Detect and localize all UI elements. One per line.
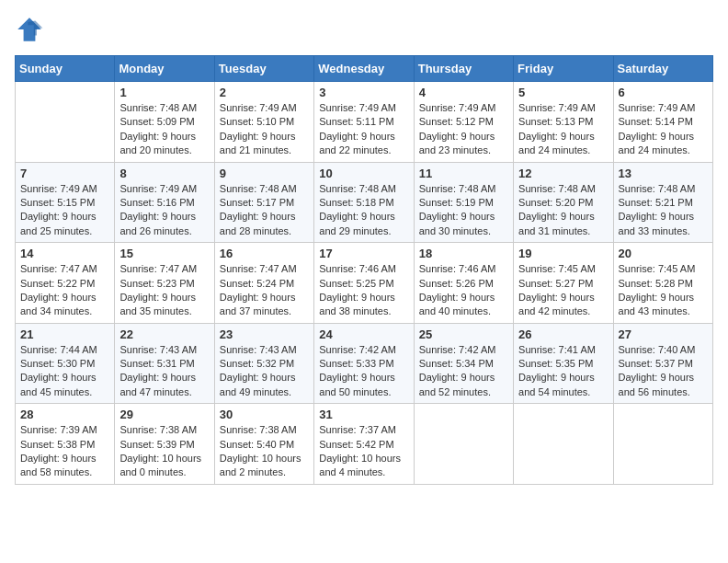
day-info: Sunrise: 7:46 AM Sunset: 5:25 PM Dayligh…	[319, 262, 408, 319]
calendar-week-row: 21 Sunrise: 7:44 AM Sunset: 5:30 PM Dayl…	[16, 323, 713, 404]
sunrise-text: Sunrise: 7:49 AM	[518, 102, 596, 113]
daylight-text: Daylight: 9 hours and 40 minutes.	[419, 292, 495, 316]
day-info: Sunrise: 7:49 AM Sunset: 5:12 PM Dayligh…	[419, 101, 508, 158]
sunrise-text: Sunrise: 7:41 AM	[518, 344, 596, 355]
daylight-text: Daylight: 9 hours and 25 minutes.	[20, 211, 97, 236]
day-info: Sunrise: 7:43 AM Sunset: 5:32 PM Dayligh…	[220, 343, 309, 400]
sunset-text: Sunset: 5:09 PM	[119, 116, 194, 127]
calendar-cell: 23 Sunrise: 7:43 AM Sunset: 5:32 PM Dayl…	[214, 323, 313, 404]
day-number: 3	[319, 86, 408, 99]
calendar-cell: 2 Sunrise: 7:49 AM Sunset: 5:10 PM Dayli…	[214, 82, 313, 163]
sunrise-text: Sunrise: 7:45 AM	[619, 263, 696, 274]
sunset-text: Sunset: 5:13 PM	[518, 116, 593, 127]
sunrise-text: Sunrise: 7:47 AM	[20, 263, 97, 274]
sunrise-text: Sunrise: 7:44 AM	[20, 344, 97, 355]
day-info: Sunrise: 7:47 AM Sunset: 5:24 PM Dayligh…	[220, 262, 309, 319]
calendar-cell	[16, 82, 115, 163]
day-info: Sunrise: 7:43 AM Sunset: 5:31 PM Dayligh…	[119, 343, 209, 400]
sunrise-text: Sunrise: 7:48 AM	[220, 183, 297, 194]
sunset-text: Sunset: 5:20 PM	[518, 197, 593, 208]
sunrise-text: Sunrise: 7:42 AM	[419, 344, 496, 355]
sunrise-text: Sunrise: 7:38 AM	[220, 424, 297, 435]
day-of-week-header: Friday	[514, 56, 613, 82]
daylight-text: Daylight: 9 hours and 28 minutes.	[220, 211, 296, 236]
daylight-text: Daylight: 9 hours and 52 minutes.	[419, 372, 495, 396]
daylight-text: Daylight: 9 hours and 20 minutes.	[119, 131, 196, 155]
sunset-text: Sunset: 5:22 PM	[20, 278, 95, 289]
sunset-text: Sunset: 5:28 PM	[619, 278, 693, 289]
sunset-text: Sunset: 5:15 PM	[20, 197, 95, 208]
day-info: Sunrise: 7:41 AM Sunset: 5:35 PM Dayligh…	[518, 343, 608, 400]
sunset-text: Sunset: 5:34 PM	[419, 358, 494, 369]
day-info: Sunrise: 7:48 AM Sunset: 5:17 PM Dayligh…	[220, 182, 309, 239]
day-number: 19	[518, 247, 608, 260]
daylight-text: Daylight: 9 hours and 58 minutes.	[20, 453, 97, 477]
day-info: Sunrise: 7:46 AM Sunset: 5:26 PM Dayligh…	[419, 262, 508, 319]
day-number: 15	[119, 247, 209, 260]
sunset-text: Sunset: 5:11 PM	[319, 116, 393, 127]
day-number: 16	[220, 247, 309, 260]
sunset-text: Sunset: 5:16 PM	[119, 197, 194, 208]
day-number: 6	[619, 86, 708, 99]
day-number: 26	[518, 327, 608, 341]
day-info: Sunrise: 7:47 AM Sunset: 5:23 PM Dayligh…	[119, 262, 209, 319]
day-info: Sunrise: 7:45 AM Sunset: 5:27 PM Dayligh…	[518, 262, 608, 319]
day-number: 31	[319, 408, 408, 421]
day-number: 11	[419, 167, 508, 180]
calendar-week-row: 14 Sunrise: 7:47 AM Sunset: 5:22 PM Dayl…	[16, 243, 713, 324]
calendar-cell: 18 Sunrise: 7:46 AM Sunset: 5:26 PM Dayl…	[414, 243, 513, 324]
day-info: Sunrise: 7:49 AM Sunset: 5:15 PM Dayligh…	[20, 182, 109, 239]
daylight-text: Daylight: 9 hours and 24 minutes.	[619, 131, 695, 155]
sunrise-text: Sunrise: 7:38 AM	[119, 424, 197, 435]
sunrise-text: Sunrise: 7:45 AM	[518, 263, 596, 274]
sunset-text: Sunset: 5:27 PM	[518, 278, 593, 289]
sunrise-text: Sunrise: 7:48 AM	[419, 183, 496, 194]
day-number: 27	[619, 327, 708, 341]
daylight-text: Daylight: 9 hours and 35 minutes.	[119, 292, 196, 316]
daylight-text: Daylight: 9 hours and 31 minutes.	[518, 211, 595, 236]
day-info: Sunrise: 7:47 AM Sunset: 5:22 PM Dayligh…	[20, 262, 109, 319]
day-number: 17	[319, 247, 408, 260]
sunset-text: Sunset: 5:17 PM	[220, 197, 294, 208]
sunrise-text: Sunrise: 7:47 AM	[119, 263, 197, 274]
calendar-cell: 11 Sunrise: 7:48 AM Sunset: 5:19 PM Dayl…	[414, 162, 513, 243]
day-number: 18	[419, 247, 508, 260]
sunset-text: Sunset: 5:39 PM	[119, 439, 194, 450]
calendar-cell: 1 Sunrise: 7:48 AM Sunset: 5:09 PM Dayli…	[115, 82, 214, 163]
sunrise-text: Sunrise: 7:43 AM	[119, 344, 197, 355]
calendar-cell: 14 Sunrise: 7:47 AM Sunset: 5:22 PM Dayl…	[16, 243, 115, 324]
sunset-text: Sunset: 5:42 PM	[319, 439, 393, 450]
day-info: Sunrise: 7:49 AM Sunset: 5:13 PM Dayligh…	[518, 101, 608, 158]
daylight-text: Daylight: 9 hours and 37 minutes.	[220, 292, 296, 316]
day-info: Sunrise: 7:44 AM Sunset: 5:30 PM Dayligh…	[20, 343, 109, 400]
calendar-cell: 21 Sunrise: 7:44 AM Sunset: 5:30 PM Dayl…	[16, 323, 115, 404]
sunrise-text: Sunrise: 7:49 AM	[20, 183, 97, 194]
daylight-text: Daylight: 9 hours and 38 minutes.	[319, 292, 395, 316]
day-of-week-header: Sunday	[16, 56, 115, 82]
sunrise-text: Sunrise: 7:48 AM	[119, 102, 197, 113]
day-info: Sunrise: 7:48 AM Sunset: 5:21 PM Dayligh…	[619, 182, 708, 239]
daylight-text: Daylight: 9 hours and 33 minutes.	[619, 211, 695, 236]
calendar-cell: 25 Sunrise: 7:42 AM Sunset: 5:34 PM Dayl…	[414, 323, 513, 404]
calendar-cell: 5 Sunrise: 7:49 AM Sunset: 5:13 PM Dayli…	[514, 82, 613, 163]
sunset-text: Sunset: 5:14 PM	[619, 116, 693, 127]
sunrise-text: Sunrise: 7:42 AM	[319, 344, 396, 355]
day-number: 28	[20, 408, 109, 421]
day-number: 20	[619, 247, 708, 260]
calendar: SundayMondayTuesdayWednesdayThursdayFrid…	[15, 55, 713, 485]
calendar-cell: 20 Sunrise: 7:45 AM Sunset: 5:28 PM Dayl…	[613, 243, 712, 324]
sunset-text: Sunset: 5:33 PM	[319, 358, 393, 369]
calendar-cell: 19 Sunrise: 7:45 AM Sunset: 5:27 PM Dayl…	[514, 243, 613, 324]
day-info: Sunrise: 7:48 AM Sunset: 5:18 PM Dayligh…	[319, 182, 408, 239]
day-info: Sunrise: 7:48 AM Sunset: 5:20 PM Dayligh…	[518, 182, 608, 239]
day-number: 9	[220, 167, 309, 180]
day-of-week-header: Thursday	[414, 56, 513, 82]
day-info: Sunrise: 7:42 AM Sunset: 5:34 PM Dayligh…	[419, 343, 508, 400]
daylight-text: Daylight: 9 hours and 29 minutes.	[319, 211, 395, 236]
calendar-header-row: SundayMondayTuesdayWednesdayThursdayFrid…	[16, 56, 713, 82]
sunrise-text: Sunrise: 7:43 AM	[220, 344, 297, 355]
calendar-cell: 17 Sunrise: 7:46 AM Sunset: 5:25 PM Dayl…	[314, 243, 414, 324]
calendar-week-row: 7 Sunrise: 7:49 AM Sunset: 5:15 PM Dayli…	[16, 162, 713, 243]
calendar-cell: 29 Sunrise: 7:38 AM Sunset: 5:39 PM Dayl…	[115, 404, 214, 485]
sunrise-text: Sunrise: 7:48 AM	[518, 183, 596, 194]
